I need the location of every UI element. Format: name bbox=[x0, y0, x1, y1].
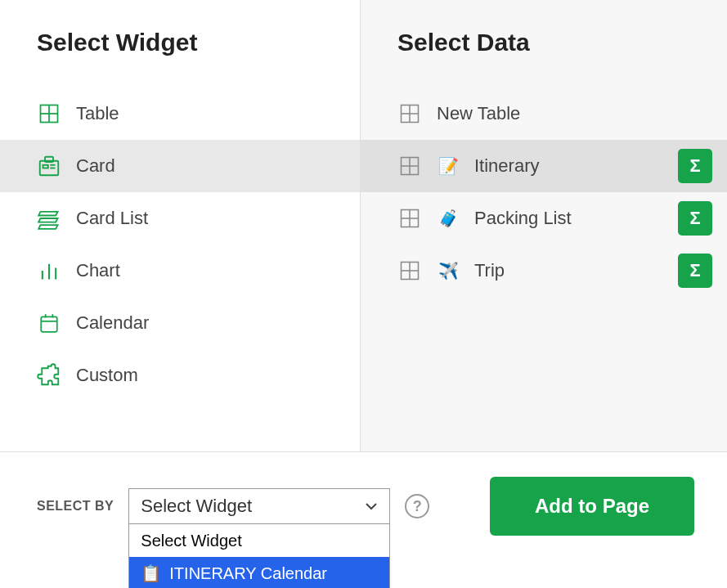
widget-item-calendar[interactable]: Calendar bbox=[0, 297, 360, 349]
widget-picker-main: Select Widget Table Card bbox=[0, 0, 727, 452]
clipboard-emoji-icon: 📋 bbox=[141, 563, 161, 583]
svg-rect-4 bbox=[45, 157, 53, 162]
plane-emoji-icon: ✈️ bbox=[437, 259, 460, 282]
select-by-label: SELECT BY bbox=[37, 499, 114, 514]
dropdown-option-itinerary-calendar[interactable]: 📋 ITINERARY Calendar bbox=[129, 557, 389, 588]
widget-label: Custom bbox=[76, 365, 138, 386]
luggage-emoji-icon: 🧳 bbox=[437, 207, 460, 230]
table-icon bbox=[397, 258, 422, 283]
widget-item-cardlist[interactable]: Card List bbox=[0, 192, 360, 245]
widget-label: Card bbox=[76, 155, 115, 177]
table-icon bbox=[397, 154, 422, 178]
widget-item-chart[interactable]: Chart bbox=[0, 245, 360, 297]
chart-icon bbox=[37, 258, 61, 283]
help-icon[interactable]: ? bbox=[405, 494, 429, 518]
select-data-title: Select Data bbox=[361, 29, 727, 56]
data-item-new-table[interactable]: New Table bbox=[361, 88, 727, 140]
table-icon bbox=[37, 101, 61, 126]
widget-label: Card List bbox=[76, 208, 148, 229]
select-by-wrapper: Select Widget Select Widget 📋 ITINERARY … bbox=[128, 488, 390, 524]
widget-label: Chart bbox=[76, 260, 120, 281]
select-widget-title: Select Widget bbox=[0, 29, 360, 56]
cardlist-icon bbox=[37, 206, 61, 231]
widget-label: Calendar bbox=[76, 312, 149, 334]
select-by-dropdown-list: Select Widget 📋 ITINERARY Calendar bbox=[128, 524, 390, 588]
data-label: Packing List bbox=[474, 208, 572, 229]
widget-list: Table Card Card List bbox=[0, 88, 360, 402]
data-label: Trip bbox=[474, 260, 505, 281]
data-label: New Table bbox=[437, 103, 520, 124]
summary-badge[interactable]: Σ bbox=[678, 201, 712, 236]
add-to-page-button[interactable]: Add to Page bbox=[490, 477, 694, 536]
dropdown-option-label: ITINERARY Calendar bbox=[169, 564, 327, 583]
dropdown-option-select-widget[interactable]: Select Widget bbox=[129, 524, 389, 557]
table-icon bbox=[397, 101, 422, 126]
select-by-dropdown[interactable]: Select Widget bbox=[128, 488, 390, 524]
summary-badge[interactable]: Σ bbox=[678, 149, 712, 183]
data-list: New Table 📝 Itinerary Σ 🧳 bbox=[361, 88, 727, 297]
select-by-value: Select Widget bbox=[141, 496, 252, 517]
doc-emoji-icon: 📝 bbox=[437, 155, 460, 177]
data-item-itinerary[interactable]: 📝 Itinerary Σ bbox=[361, 140, 727, 192]
card-icon bbox=[37, 154, 61, 178]
footer-bar: SELECT BY Select Widget Select Widget 📋 … bbox=[0, 452, 727, 536]
chevron-down-icon bbox=[365, 502, 378, 510]
widget-item-table[interactable]: Table bbox=[0, 88, 360, 140]
data-item-packing-list[interactable]: 🧳 Packing List Σ bbox=[361, 192, 727, 245]
select-widget-panel: Select Widget Table Card bbox=[0, 0, 361, 451]
data-label: Itinerary bbox=[474, 155, 539, 177]
widget-item-custom[interactable]: Custom bbox=[0, 349, 360, 402]
widget-item-card[interactable]: Card bbox=[0, 140, 360, 192]
help-symbol: ? bbox=[413, 498, 422, 515]
dropdown-option-label: Select Widget bbox=[141, 532, 241, 550]
table-icon bbox=[397, 206, 422, 231]
calendar-icon bbox=[37, 311, 61, 335]
svg-rect-11 bbox=[41, 316, 57, 331]
data-item-trip[interactable]: ✈️ Trip Σ bbox=[361, 245, 727, 297]
summary-badge[interactable]: Σ bbox=[678, 254, 712, 288]
select-data-panel: Select Data New Table 📝 Itinerary bbox=[361, 0, 727, 451]
svg-rect-5 bbox=[43, 165, 48, 168]
puzzle-icon bbox=[37, 363, 61, 388]
widget-label: Table bbox=[76, 103, 119, 124]
